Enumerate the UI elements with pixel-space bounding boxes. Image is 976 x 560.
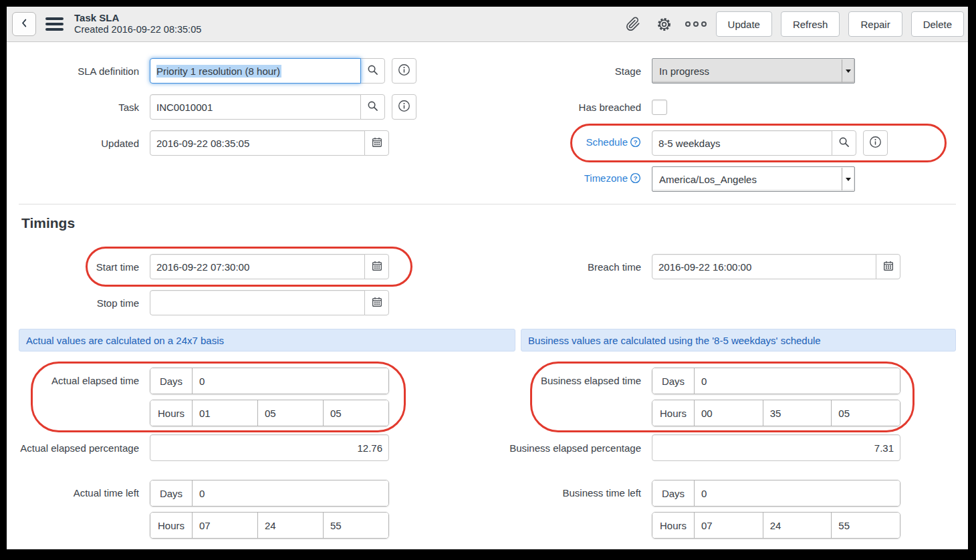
page-subtitle: Created 2016-09-22 08:35:05 [74, 24, 201, 36]
task-input[interactable] [150, 94, 361, 120]
timings-right-column: Breach time [487, 254, 956, 315]
timings-section: Timings Start time Stop t [19, 204, 956, 547]
business-left-days-input[interactable] [695, 480, 900, 506]
days-label: Days [652, 368, 695, 394]
timezone-value: America/Los_Angeles [659, 174, 757, 185]
details-section: SLA definition Priority 1 resolution (8 … [19, 42, 956, 204]
stop-time-calendar-button[interactable] [364, 290, 389, 315]
details-right-column: Stage In progress Has breached Schedule? [487, 58, 956, 192]
schedule-lookup-button[interactable] [832, 130, 856, 156]
sla-definition-group: Priority 1 resolution (8 hour) [150, 58, 385, 84]
sla-definition-row: SLA definition Priority 1 resolution (8 … [19, 58, 487, 84]
actual-elapsed-hours-input[interactable] [193, 400, 257, 426]
updated-calendar-button[interactable] [364, 130, 389, 156]
actual-elapsed-seconds-input[interactable] [323, 400, 388, 426]
more-options-icon[interactable] [685, 13, 707, 35]
stage-label: Stage [487, 65, 652, 77]
stop-time-row: Stop time [19, 290, 487, 315]
refresh-button[interactable]: Refresh [781, 11, 840, 37]
actual-elapsed-days-input[interactable] [193, 368, 388, 394]
sla-definition-input[interactable]: Priority 1 resolution (8 hour) [150, 58, 361, 84]
days-group: Days [652, 368, 900, 394]
breach-time-input[interactable] [652, 254, 876, 279]
business-left-hours-input[interactable] [695, 513, 763, 538]
calendar-icon [372, 261, 382, 273]
delete-button[interactable]: Delete [911, 11, 964, 37]
svg-text:?: ? [633, 138, 637, 146]
hours-group: Hours [150, 400, 389, 426]
hours-label: Hours [652, 513, 695, 538]
svg-text:?: ? [633, 174, 637, 182]
start-time-label: Start time [19, 261, 150, 273]
schedule-info-button[interactable] [863, 130, 888, 156]
sla-definition-lookup-button[interactable] [360, 58, 385, 84]
stop-time-input[interactable] [150, 290, 365, 315]
actual-elapsed-percentage-input[interactable] [150, 434, 389, 461]
timings-rows: Start time Stop time [19, 254, 956, 315]
hours-label: Hours [150, 513, 193, 538]
updated-group [150, 130, 389, 156]
actual-elapsed-percentage-label: Actual elapsed percentage [19, 442, 150, 454]
timezone-row: Timezone? America/Los_Angeles [487, 166, 956, 192]
business-elapsed-seconds-input[interactable] [831, 400, 900, 426]
chevron-down-icon [842, 168, 854, 190]
timezone-select[interactable]: America/Los_Angeles [652, 166, 855, 192]
start-time-calendar-button[interactable] [364, 254, 389, 279]
update-button[interactable]: Update [716, 11, 772, 37]
updated-label: Updated [19, 138, 150, 149]
business-time-left-label: Business time left [487, 480, 652, 507]
hamburger-menu-icon[interactable] [45, 17, 64, 31]
business-elapsed-days-input[interactable] [695, 368, 900, 394]
magnifier-icon [367, 100, 378, 114]
days-label: Days [150, 480, 193, 506]
business-left-minutes-input[interactable] [763, 513, 832, 538]
durations-grid: Actual elapsed time Days Hours [19, 368, 956, 547]
help-icon[interactable]: ? [630, 136, 641, 150]
schedule-input[interactable] [652, 130, 832, 156]
form-header: Task SLA Created 2016-09-22 08:35:05 Upd… [7, 7, 968, 42]
has-breached-checkbox[interactable] [652, 100, 667, 115]
actual-left-seconds-input[interactable] [323, 513, 388, 538]
actual-time-left-label: Actual time left [19, 480, 150, 507]
actual-elapsed-minutes-input[interactable] [257, 400, 323, 426]
hours-group: Hours [150, 512, 389, 539]
updated-row: Updated [19, 130, 487, 156]
business-elapsed-time-label: Business elapsed time [487, 368, 652, 394]
hours-group: Hours [652, 512, 900, 539]
hours-group: Hours [652, 400, 900, 426]
sla-definition-info-button[interactable] [392, 58, 416, 84]
stage-value: In progress [659, 65, 709, 77]
timings-left-column: Start time Stop time [19, 254, 487, 315]
business-elapsed-percentage-row: Business elapsed percentage [487, 434, 956, 461]
business-values-banner: Business values are calculated using the… [521, 329, 956, 352]
stop-time-label: Stop time [19, 297, 150, 309]
repair-button[interactable]: Repair [848, 11, 902, 37]
breach-time-calendar-button[interactable] [876, 254, 900, 279]
business-elapsed-hours-input[interactable] [695, 400, 763, 426]
duration-stack: Days Hours [150, 368, 389, 426]
task-info-button[interactable] [392, 94, 416, 120]
timezone-label: Timezone? [487, 172, 652, 186]
back-button[interactable] [12, 12, 36, 36]
gear-icon[interactable] [653, 13, 676, 35]
task-row: Task [19, 94, 487, 120]
start-time-input[interactable] [150, 254, 365, 279]
calendar-icon [372, 297, 382, 309]
timings-section-title: Timings [21, 215, 956, 231]
actual-left-hours-input[interactable] [193, 513, 257, 538]
business-elapsed-percentage-input[interactable] [652, 434, 900, 461]
updated-input[interactable] [150, 130, 365, 156]
task-sla-window: Task SLA Created 2016-09-22 08:35:05 Upd… [7, 7, 968, 549]
business-elapsed-minutes-input[interactable] [763, 400, 832, 426]
magnifier-icon [367, 64, 378, 78]
schedule-row: Schedule? [487, 130, 956, 156]
business-left-seconds-input[interactable] [831, 513, 900, 538]
info-banners: Actual values are calculated on a 24x7 b… [19, 329, 956, 352]
business-elapsed-time-block: Business elapsed time Days Hours [487, 368, 956, 426]
paperclip-icon[interactable] [622, 13, 644, 35]
actual-left-days-input[interactable] [193, 480, 388, 506]
actual-left-minutes-input[interactable] [257, 513, 323, 538]
stage-select[interactable]: In progress [652, 58, 855, 84]
task-lookup-button[interactable] [360, 94, 385, 120]
help-icon[interactable]: ? [630, 172, 641, 186]
